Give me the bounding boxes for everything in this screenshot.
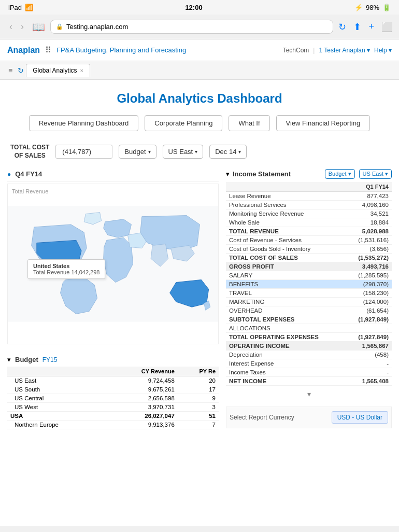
what-if-button[interactable]: What If <box>229 115 269 131</box>
income-region-dropdown[interactable]: US East ▾ <box>359 169 392 179</box>
map-collapse-icon[interactable]: ● <box>7 171 11 178</box>
budget-table-row: US Central2,656,5989 <box>7 394 219 403</box>
income-table-row: Interest Expense- <box>226 359 392 368</box>
budget-fy-label: FY15 <box>42 356 58 363</box>
income-row-label: Whole Sale <box>226 218 346 227</box>
budget-table-row: Northern Europe9,913,3767 <box>7 421 219 429</box>
income-row-label: SUBTOTAL EXPENSES <box>226 315 346 324</box>
income-table-row: Cost of Goods Sold - Inventory(3,656) <box>226 245 392 254</box>
budget-section-title: Budget <box>15 356 38 363</box>
app-header-right: TechCom | 1 Tester Anaplan ▾ Help ▾ <box>283 47 392 54</box>
budget-dropdown[interactable]: Budget ▾ <box>119 145 156 159</box>
income-row-label: OPERATING INCOME <box>226 342 346 351</box>
income-col-period: Q1 FY14 <box>346 182 392 192</box>
report-currency-label: Select Report Currency <box>230 414 294 421</box>
income-table-row: NET INCOME1,565,408 <box>226 377 392 386</box>
status-time: 12:00 <box>185 4 202 11</box>
company-name: TechCom <box>283 47 309 54</box>
anaplan-logo: Anaplan <box>7 46 40 55</box>
budget-row-py: 17 <box>178 385 219 394</box>
budget-row-cy: 26,027,047 <box>106 412 178 421</box>
income-budget-dropdown[interactable]: Budget ▾ <box>325 169 355 179</box>
income-row-value: - <box>346 359 392 368</box>
browser-actions: ↻ ⬆ + ⬜ <box>338 21 393 33</box>
budget-table-header-row: CY Revenue PY Re <box>7 367 219 376</box>
budget-row-py: 7 <box>178 421 219 429</box>
income-row-value: (298,370) <box>346 280 392 289</box>
budget-dropdown-arrow: ▾ <box>148 149 151 155</box>
income-table-row: GROSS PROFIT3,493,716 <box>226 262 392 271</box>
budget-row-cy: 3,970,731 <box>106 403 178 412</box>
income-row-label: Depreciation <box>226 351 346 359</box>
income-row-label: Monitoring Service Revenue <box>226 209 346 218</box>
income-budget-label: Budget ▾ <box>329 171 351 177</box>
income-row-label: Interest Expense <box>226 359 346 368</box>
income-region-label: US East ▾ <box>363 171 388 177</box>
period-dropdown[interactable]: Dec 14 ▾ <box>209 145 247 159</box>
add-tab-button[interactable]: + <box>368 21 374 32</box>
income-table-row: OPERATING INCOME1,565,867 <box>226 342 392 351</box>
collapse-button[interactable]: ▾ <box>307 390 311 398</box>
report-currency-value[interactable]: USD - US Dollar <box>332 411 388 424</box>
global-analytics-tab[interactable]: Global Analytics × <box>26 64 90 77</box>
budget-collapse-icon[interactable]: ▾ <box>7 356 11 363</box>
income-collapse-icon[interactable]: ▾ <box>226 170 230 178</box>
income-row-value: (124,000) <box>346 298 392 306</box>
help-link[interactable]: Help ▾ <box>374 47 392 54</box>
budget-row-label: USA <box>7 412 106 421</box>
income-table-row: Whole Sale18,884 <box>226 218 392 227</box>
ipad-label: iPad <box>8 4 22 11</box>
budget-row-label: US South <box>7 385 106 394</box>
book-icon[interactable]: 📖 <box>32 21 45 33</box>
income-row-label: GROSS PROFIT <box>226 262 346 271</box>
tab-label: Global Analytics <box>33 67 77 74</box>
corporate-planning-button[interactable]: Corporate Planning <box>145 115 222 131</box>
income-row-label: SALARY <box>226 271 346 280</box>
income-table-row: MARKETING(124,000) <box>226 298 392 306</box>
bluetooth-icon: ⚡ <box>354 4 363 11</box>
tab-close-button[interactable]: × <box>80 67 83 74</box>
map-section-title: Q4 FY14 <box>15 170 42 178</box>
income-table-row: TOTAL COST OF SALES(1,535,272) <box>226 254 392 262</box>
budget-table-row: USA26,027,04751 <box>7 412 219 421</box>
revenue-planning-button[interactable]: Revenue Planning Dashboard <box>29 115 138 131</box>
back-button[interactable]: ‹ <box>6 20 16 33</box>
budget-row-label: US West <box>7 403 106 412</box>
budget-table-row: US South9,675,26117 <box>7 385 219 394</box>
budget-table-row: US West3,970,7313 <box>7 403 219 412</box>
income-header-right: Budget ▾ US East ▾ <box>325 169 392 179</box>
view-financial-reporting-button[interactable]: View Financial Reporting <box>276 115 370 131</box>
share-button[interactable]: ⬆ <box>353 21 361 33</box>
user-link[interactable]: 1 Tester Anaplan ▾ <box>319 47 370 54</box>
budget-col-label <box>7 367 106 376</box>
budget-table-row: US East9,724,45820 <box>7 376 219 385</box>
region-dropdown-arrow: ▾ <box>195 149 197 155</box>
income-row-value: (458) <box>346 351 392 359</box>
income-row-value: 4,098,160 <box>346 201 392 209</box>
income-header-left: ▾ Income Statement <box>226 170 291 178</box>
url-bar[interactable]: 🔒 Testing.anaplan.com <box>50 20 333 34</box>
sidebar-toggle-button[interactable]: ≡ <box>5 64 16 77</box>
app-header-left: Anaplan ⠿ FP&A Budgeting, Planning and F… <box>7 45 186 55</box>
forward-button[interactable]: › <box>18 20 27 33</box>
income-row-value: 34,521 <box>346 209 392 218</box>
reload-button[interactable]: ↻ <box>338 21 346 33</box>
collapse-section: ▾ <box>226 386 392 402</box>
tabs-button[interactable]: ⬜ <box>381 21 393 33</box>
browser-navigation: ‹ › <box>6 20 27 33</box>
income-table-row: SUBTOTAL EXPENSES(1,927,849) <box>226 315 392 324</box>
refresh-button[interactable]: ↻ <box>18 66 24 75</box>
total-cost-bar: TOTAL COST OF SALES (414,787) Budget ▾ U… <box>0 139 399 167</box>
income-row-label: TOTAL OPERATING EXPENSES <box>226 333 346 342</box>
app-nav-title[interactable]: FP&A Budgeting, Planning and Forecasting <box>56 46 186 54</box>
right-column: ▾ Income Statement Budget ▾ US East ▾ <box>226 167 392 429</box>
budget-row-py: 51 <box>178 412 219 421</box>
budget-row-cy: 9,724,458 <box>106 376 178 385</box>
region-dropdown[interactable]: US East ▾ <box>163 145 204 159</box>
income-row-label: OVERHEAD <box>226 306 346 315</box>
map-container: Total Revenue <box>7 184 219 344</box>
income-table-row: BENEFITS(298,370) <box>226 280 392 289</box>
income-row-value: 18,884 <box>346 218 392 227</box>
income-table-row: Cost of Revenue - Services(1,531,616) <box>226 236 392 245</box>
grid-icon[interactable]: ⠿ <box>45 45 51 55</box>
